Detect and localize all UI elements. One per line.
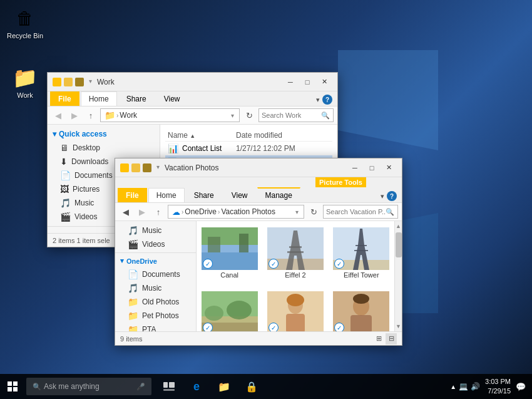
vacation-sidebar-pta[interactable]: 📁 PTA [115, 323, 196, 331]
taskbar-search[interactable]: 🔍 🎤 [26, 378, 151, 395]
list-item[interactable]: ✓ Eiffel Tower [331, 224, 392, 282]
list-item[interactable]: ✓ Lozere [199, 288, 260, 331]
vacation-sidebar-pet-photos[interactable]: 📁 Pet Photos [115, 309, 196, 323]
work-back-button[interactable]: ◀ [51, 108, 65, 122]
vacation-music2-icon: 🎵 [128, 283, 138, 293]
scroll-down-arrow[interactable]: ▼ [395, 321, 402, 331]
me-check: ✓ [269, 323, 279, 331]
taskbar-clock[interactable]: 3:03 PM 7/29/15 [485, 377, 511, 396]
svg-rect-22 [286, 314, 305, 331]
work-tab-view[interactable]: View [156, 91, 188, 106]
work-close-button[interactable]: ✕ [316, 76, 332, 88]
work-search-box[interactable]: 🔍 [258, 108, 334, 122]
vacation-minimize-button[interactable]: ─ [347, 162, 363, 174]
svg-rect-13 [356, 245, 367, 246]
vacation-close-button[interactable]: ✕ [381, 162, 397, 174]
col-header-name[interactable]: Name ▲ [168, 131, 236, 140]
list-item[interactable]: ✓ Mike [331, 288, 392, 331]
vacation-scrollbar[interactable]: ▲ ▼ [394, 221, 402, 331]
work-tab-share[interactable]: Share [118, 91, 155, 106]
vacation-tab-home[interactable]: Home [148, 188, 185, 202]
quick-access-btn-1[interactable] [53, 78, 61, 86]
view-tiles-button[interactable]: ⊟ [386, 333, 397, 345]
scrollbar-thumb[interactable] [396, 232, 402, 257]
vacation-status-text: 9 items [120, 335, 142, 343]
vacation-refresh-button[interactable]: ↻ [307, 205, 320, 219]
work-ribbon-help[interactable]: ? [322, 95, 332, 105]
volume-icon[interactable]: 🔊 [471, 382, 480, 391]
vacation-forward-button[interactable]: ▶ [135, 205, 149, 219]
work-sidebar-quick-access[interactable]: ▾ Quick access [48, 127, 160, 141]
work-tab-file[interactable]: File [50, 91, 79, 106]
work-address-dropdown[interactable]: ▾ [231, 112, 234, 119]
work-search-input[interactable] [262, 111, 321, 119]
vacation-search-input[interactable] [326, 208, 386, 215]
vacation-ribbon-help[interactable]: ? [387, 191, 397, 201]
work-maximize-button[interactable]: □ [299, 76, 315, 88]
list-item[interactable]: ✓ Me [265, 288, 325, 331]
work-search-icon[interactable]: 🔍 [321, 111, 330, 120]
svg-rect-30 [8, 387, 12, 391]
taskbar-mic-icon[interactable]: 🎤 [136, 383, 145, 391]
vacation-tab-manage[interactable]: Manage [257, 187, 300, 202]
recycle-bin-icon[interactable]: 🗑 Recycle Bin [3, 3, 47, 43]
vacation-toolbar: ◀ ▶ ↑ ☁ › OneDrive › Vacation Photos ▾ ↻… [115, 203, 402, 221]
vacation-tab-share[interactable]: Share [186, 188, 222, 202]
sidebar-pictures-label: Pictures [73, 185, 100, 194]
work-refresh-button[interactable]: ↻ [242, 108, 256, 122]
taskbar-task-view-button[interactable] [156, 374, 182, 399]
vacation-sidebar-music[interactable]: 🎵 Music [115, 224, 196, 237]
notification-icon[interactable]: 💬 [516, 382, 526, 391]
network-icon[interactable]: 💻 [459, 382, 468, 391]
vacation-ribbon-chevron[interactable]: ▾ [381, 192, 384, 200]
vacation-sidebar-videos[interactable]: 🎬 Videos [115, 237, 196, 251]
vacation-maximize-button[interactable]: □ [364, 162, 380, 174]
view-details-button[interactable]: ⊞ [373, 333, 384, 345]
contact-list-name: 📊 Contact List [168, 143, 236, 153]
table-row[interactable]: 📊 Contact List 1/27/12 12:02 PM [165, 142, 332, 155]
eiffel2-thumb: ✓ [267, 227, 324, 270]
vacation-tab-file[interactable]: File [118, 188, 147, 202]
quick-access-btn-3[interactable] [75, 78, 84, 86]
taskbar-explorer-button[interactable]: 📁 [212, 374, 237, 399]
work-folder-icon[interactable]: 📁 Work [3, 63, 47, 102]
col-header-date[interactable]: Date modified [236, 131, 330, 140]
vacation-sidebar-music2[interactable]: 🎵 Music [115, 281, 196, 295]
work-forward-button[interactable]: ▶ [68, 108, 81, 122]
vacation-search-icon[interactable]: 🔍 [386, 208, 394, 216]
vacation-back-button[interactable]: ◀ [119, 205, 133, 219]
vacation-sidebar-old-photos[interactable]: 📁 Old Photos [115, 295, 196, 309]
list-item[interactable]: ✓ Canal [199, 224, 260, 282]
work-tab-home[interactable]: Home [81, 91, 117, 106]
vacation-sidebar-onedrive-header[interactable]: ▾ OneDrive [115, 254, 196, 267]
vacation-address-bar[interactable]: ☁ › OneDrive › Vacation Photos ▾ [168, 205, 304, 219]
work-up-button[interactable]: ↑ [84, 108, 98, 122]
taskbar-edge-button[interactable]: e [184, 374, 209, 399]
vacation-quick-btn-1[interactable] [120, 163, 129, 172]
vacation-up-button[interactable]: ↑ [151, 205, 165, 219]
work-ribbon-chevron[interactable]: ▾ [316, 96, 320, 104]
vacation-window-title: Vacation Photos [165, 163, 347, 172]
quick-access-btn-2[interactable] [64, 78, 73, 86]
work-minimize-button[interactable]: ─ [282, 76, 299, 88]
list-item[interactable]: ✓ Eiffel 2 [265, 224, 325, 282]
taskbar: 🔍 🎤 e 📁 🔒 [0, 374, 532, 399]
work-address-bar[interactable]: 📁 › Work ▾ [100, 108, 240, 122]
vacation-old-photos-icon: 📁 [128, 297, 138, 307]
vacation-sidebar-documents[interactable]: 📄 Documents [115, 267, 196, 281]
vacation-tab-view[interactable]: View [223, 188, 256, 202]
work-folder-image: 📁 [13, 65, 38, 90]
vacation-address-dropdown[interactable]: ▾ [295, 209, 299, 215]
vacation-search-box[interactable]: 🔍 [323, 205, 398, 219]
start-button[interactable] [0, 374, 25, 399]
taskbar-security-button[interactable]: 🔒 [239, 374, 264, 399]
svg-rect-8 [289, 246, 302, 248]
chevron-up-icon[interactable]: ▲ [450, 383, 456, 390]
scroll-up-arrow[interactable]: ▲ [395, 221, 402, 231]
vacation-quick-btn-2[interactable] [131, 163, 140, 172]
canal-check: ✓ [203, 259, 213, 269]
taskbar-search-input[interactable] [44, 382, 119, 391]
sidebar-item-desktop[interactable]: 🖥 Desktop [48, 141, 160, 155]
mike-thumb: ✓ [333, 291, 389, 331]
vacation-quick-btn-3[interactable] [143, 163, 151, 172]
